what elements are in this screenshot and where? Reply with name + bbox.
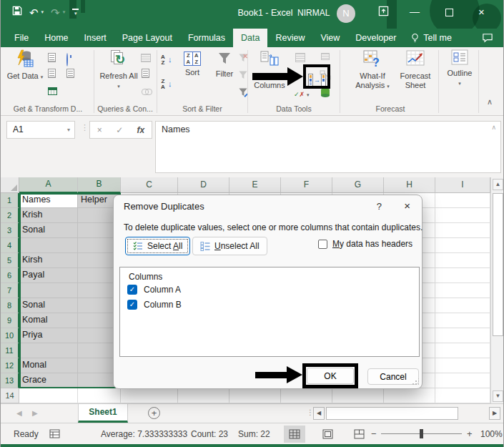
- column-b-item[interactable]: ✓ Column B: [127, 300, 182, 310]
- redo-dropdown-icon[interactable]: ▾: [63, 9, 66, 15]
- consolidate-icon[interactable]: [321, 53, 330, 60]
- normal-view-icon[interactable]: [284, 426, 305, 443]
- checkbox-checked-icon[interactable]: ✓: [127, 300, 137, 310]
- row-header-9[interactable]: 9: [1, 313, 19, 328]
- filter-button[interactable]: Filter: [209, 51, 239, 79]
- cell-I11[interactable]: [435, 343, 490, 358]
- row-header-1[interactable]: 1: [1, 193, 19, 208]
- customize-qat-icon[interactable]: ▾: [72, 9, 79, 16]
- tab-insert[interactable]: Insert: [76, 29, 114, 47]
- row-header-4[interactable]: 4: [1, 238, 19, 253]
- column-header-B[interactable]: B: [78, 177, 121, 193]
- redo-icon[interactable]: ↷: [51, 7, 60, 18]
- tell-me[interactable]: Tell me: [404, 29, 459, 47]
- cell-D14[interactable]: [178, 388, 229, 403]
- row-header-7[interactable]: 7: [1, 283, 19, 298]
- formula-bar-splitter[interactable]: ⋮: [81, 123, 89, 132]
- name-box[interactable]: A1▾: [6, 121, 75, 139]
- cell-A5[interactable]: Kirsh: [19, 253, 78, 268]
- collapse-ribbon-icon[interactable]: ∧: [487, 97, 493, 107]
- cell-B14[interactable]: [78, 388, 121, 403]
- previous-sheet-icon[interactable]: ◀: [16, 409, 22, 417]
- column-header-G[interactable]: G: [332, 177, 384, 193]
- checkbox-unchecked-icon[interactable]: [318, 240, 327, 249]
- row-header-6[interactable]: 6: [1, 268, 19, 283]
- column-header-I[interactable]: I: [435, 177, 490, 193]
- cell-A11[interactable]: [19, 343, 78, 358]
- tab-page-layout[interactable]: Page Layout: [114, 29, 180, 47]
- insert-function-icon[interactable]: fx: [137, 125, 145, 135]
- cell-A8[interactable]: Sonal: [19, 298, 78, 313]
- cell-I4[interactable]: [435, 238, 490, 253]
- clear-filter-icon[interactable]: [238, 53, 248, 63]
- cell-I14[interactable]: [435, 388, 490, 403]
- tab-developer[interactable]: Developer: [347, 29, 404, 47]
- cell-I8[interactable]: [435, 298, 490, 313]
- what-if-analysis-button[interactable]: ? What-If Analysis ▾: [350, 49, 395, 91]
- cell-I1[interactable]: [435, 193, 490, 208]
- row-header-2[interactable]: 2: [1, 208, 19, 223]
- minimize-button[interactable]: —: [410, 6, 420, 17]
- column-header-H[interactable]: H: [384, 177, 435, 193]
- cell-C14[interactable]: [121, 388, 178, 403]
- undo-icon[interactable]: ↶: [29, 7, 39, 18]
- cell-A6[interactable]: Payal: [19, 268, 78, 283]
- collapse-formula-bar-icon[interactable]: ∧: [491, 124, 496, 131]
- cell-A10[interactable]: Priya: [19, 328, 78, 343]
- advanced-filter-icon[interactable]: [238, 87, 248, 97]
- outline-button[interactable]: Outline▾: [443, 49, 477, 88]
- next-sheet-icon[interactable]: ▶: [32, 409, 38, 417]
- comment-icon[interactable]: [482, 29, 493, 47]
- from-table-icon[interactable]: [48, 87, 57, 95]
- zoom-out-icon[interactable]: −: [371, 428, 377, 439]
- columns-listbox[interactable]: Columns ✓ Column A ✓ Column B: [119, 267, 420, 357]
- select-all-corner[interactable]: [1, 177, 19, 193]
- from-web-icon[interactable]: [48, 69, 56, 78]
- cell-I12[interactable]: [435, 358, 490, 373]
- refresh-all-button[interactable]: ↻ Refresh All ▾: [99, 49, 138, 91]
- cell-I2[interactable]: [435, 208, 490, 223]
- cell-I5[interactable]: [435, 253, 490, 268]
- tab-data[interactable]: Data: [233, 29, 267, 47]
- reapply-filter-icon[interactable]: [238, 70, 248, 80]
- cell-E14[interactable]: [229, 388, 281, 403]
- cell-I9[interactable]: [435, 313, 490, 328]
- name-box-dropdown-icon[interactable]: ▾: [67, 122, 70, 138]
- row-header-12[interactable]: 12: [1, 358, 19, 373]
- queries-icon[interactable]: [48, 53, 56, 62]
- macro-record-icon[interactable]: [49, 429, 60, 438]
- enter-entry-icon[interactable]: ✓: [116, 125, 123, 135]
- sort-descending-icon[interactable]: ZA↓: [161, 79, 165, 90]
- undo-dropdown-icon[interactable]: ▾: [41, 9, 44, 15]
- formula-input[interactable]: Names ∧: [155, 121, 501, 173]
- sort-ascending-icon[interactable]: AZ↓: [161, 54, 165, 66]
- scroll-down-icon[interactable]: ▼: [493, 390, 503, 402]
- column-header-E[interactable]: E: [229, 177, 281, 193]
- forecast-sheet-button[interactable]: Forecast Sheet: [395, 49, 435, 90]
- unselect-all-button[interactable]: Unselect All: [192, 237, 267, 255]
- avatar[interactable]: N: [337, 4, 355, 23]
- scroll-right-icon[interactable]: ▶: [489, 407, 500, 420]
- maximize-button[interactable]: [445, 9, 453, 16]
- column-header-F[interactable]: F: [281, 177, 332, 193]
- column-header-A[interactable]: A: [19, 177, 78, 193]
- cell-A4[interactable]: [19, 238, 78, 253]
- vertical-scrollbar[interactable]: ▲ ▼: [490, 177, 504, 403]
- zoom-in-icon[interactable]: +: [467, 428, 473, 439]
- horizontal-scroll-thumb[interactable]: [326, 407, 458, 420]
- dialog-help-icon[interactable]: ?: [377, 201, 382, 212]
- cell-A3[interactable]: Sonal: [19, 223, 78, 238]
- my-data-has-headers-checkbox[interactable]: My data has headers: [318, 239, 412, 249]
- cell-I10[interactable]: [435, 328, 490, 343]
- row-header-10[interactable]: 10: [1, 328, 19, 343]
- row-header-3[interactable]: 3: [1, 223, 19, 238]
- status-average[interactable]: Average: 7.333333333: [101, 429, 187, 439]
- tab-view[interactable]: View: [312, 29, 347, 47]
- tab-formulas[interactable]: Formulas: [180, 29, 233, 47]
- cell-A9[interactable]: Komal: [19, 313, 78, 328]
- recent-sources-icon[interactable]: [66, 53, 68, 67]
- row-header-8[interactable]: 8: [1, 298, 19, 313]
- zoom-level[interactable]: 100%: [480, 429, 503, 439]
- account-name[interactable]: NIRMAL: [297, 8, 330, 18]
- scroll-left-icon[interactable]: ◀: [313, 407, 325, 420]
